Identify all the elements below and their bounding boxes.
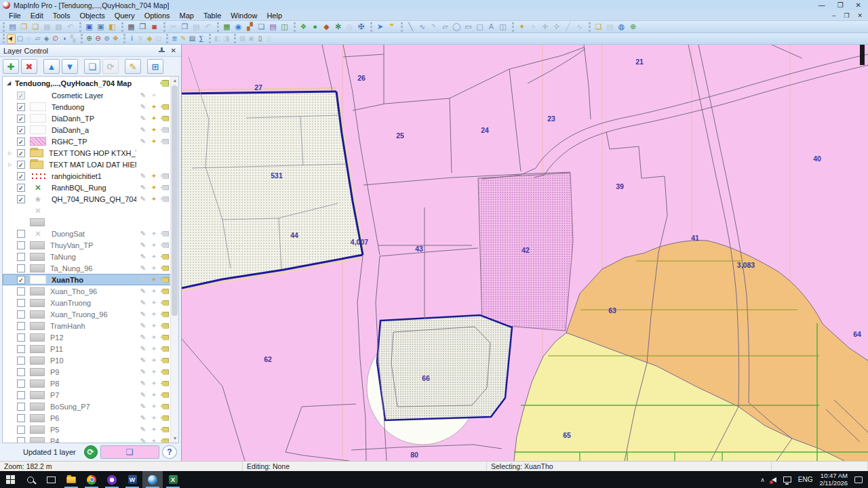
- taskbar-search-icon[interactable]: [20, 471, 41, 488]
- mdi-close-button[interactable]: ✕: [857, 12, 863, 19]
- layer-row-p4[interactable]: P4✎✦: [3, 435, 178, 443]
- layer-visibility-checkbox[interactable]: [17, 426, 25, 434]
- set-target-district-icon[interactable]: ◧: [213, 34, 222, 44]
- editable-icon[interactable]: ✎: [139, 230, 147, 237]
- selected-parcel-66[interactable]: [377, 315, 512, 420]
- layer-style-swatch[interactable]: ✕: [30, 183, 46, 192]
- web-globe-icon[interactable]: ⊕: [627, 22, 639, 32]
- label-tag-icon[interactable]: [161, 439, 169, 444]
- layer-style-swatch[interactable]: [30, 253, 45, 261]
- new-redistricter-icon[interactable]: ▤: [267, 22, 279, 32]
- new-mapper-icon[interactable]: ◉: [233, 22, 244, 32]
- editable-icon[interactable]: ✎: [139, 242, 147, 249]
- label-tag-icon[interactable]: [161, 312, 169, 317]
- autolabel-icon[interactable]: ✦: [150, 230, 158, 237]
- layer-visibility-checkbox[interactable]: [17, 299, 25, 307]
- autolabel-icon[interactable]: ✦: [150, 426, 158, 433]
- draw-arc-icon[interactable]: ◝: [428, 22, 439, 32]
- layer-row-p6[interactable]: P6✎✦: [3, 412, 178, 424]
- editable-icon[interactable]: ✎: [139, 138, 147, 145]
- map-window-button[interactable]: ❏: [100, 445, 160, 459]
- draw-rounded-rect-icon[interactable]: ▢: [474, 22, 486, 32]
- help-button[interactable]: ?: [162, 445, 177, 459]
- convert-line-icon[interactable]: ╱: [562, 22, 574, 32]
- taskbar-excel-icon[interactable]: X: [163, 471, 183, 488]
- editable-icon[interactable]: ✎: [139, 380, 147, 387]
- editable-icon[interactable]: ✎: [139, 104, 147, 110]
- action-center-icon[interactable]: [854, 476, 863, 483]
- select-arrow-icon[interactable]: ➤: [7, 34, 16, 44]
- layer-style-swatch[interactable]: [30, 310, 45, 319]
- menu-edit[interactable]: Edit: [26, 12, 48, 20]
- zoom-in-icon[interactable]: ⊕: [85, 34, 94, 44]
- editable-icon[interactable]: ✎: [139, 277, 147, 283]
- editable-icon[interactable]: ✎: [139, 357, 147, 364]
- editable-icon[interactable]: ✎: [139, 173, 147, 180]
- layer-style-swatch[interactable]: [30, 264, 45, 272]
- layer-style-swatch[interactable]: ★: [30, 195, 46, 203]
- close-button[interactable]: ✕: [856, 2, 861, 9]
- autolabel-icon[interactable]: ✦: [150, 323, 158, 329]
- layer-style-swatch[interactable]: [30, 299, 45, 307]
- legend-window-icon[interactable]: ▯: [264, 34, 273, 44]
- scroll-down-icon[interactable]: ▼: [171, 434, 179, 443]
- layer-style-swatch[interactable]: [30, 137, 46, 146]
- editable-icon[interactable]: ✎: [139, 300, 147, 306]
- layer-row-text-mat-loai-dat-hien-trang-ql[interactable]: ▷✓TEXT MAT LOAI DAT HIEN TRANG_QL✎✦: [3, 159, 178, 170]
- label-tag-icon[interactable]: [161, 127, 169, 133]
- layer-style-swatch[interactable]: [30, 357, 45, 365]
- label-tag-icon[interactable]: [161, 404, 169, 409]
- new-map-window-icon[interactable]: ◫: [279, 22, 290, 32]
- layer-style-swatch[interactable]: [30, 287, 45, 296]
- close-table-icon[interactable]: ▦: [41, 22, 53, 32]
- editable-icon[interactable]: ✎: [139, 265, 147, 272]
- editable-icon[interactable]: ✎: [139, 253, 147, 260]
- layer-visibility-checkbox[interactable]: ✓: [17, 195, 25, 203]
- layer-row-rghc-tp[interactable]: ✓RGHC_TP✎✦: [3, 136, 178, 147]
- layer-visibility-checkbox[interactable]: [17, 253, 25, 261]
- tool-link-icon[interactable]: ✠: [355, 22, 367, 32]
- editable-icon[interactable]: ✎: [139, 369, 147, 375]
- menu-file[interactable]: File: [4, 12, 26, 20]
- revert-table-icon[interactable]: ↶: [64, 22, 76, 32]
- label-tag-icon[interactable]: [161, 185, 169, 190]
- undo-icon[interactable]: ↶: [202, 22, 214, 32]
- map-node-row[interactable]: ◢ Tenduong,...,QuyHoach_704 Map: [3, 77, 178, 89]
- new-browser-icon[interactable]: ▦: [221, 22, 233, 32]
- info-tool-icon[interactable]: i: [127, 34, 136, 44]
- label-tag-icon[interactable]: [161, 300, 169, 306]
- invert-selection-icon[interactable]: ◑: [60, 34, 68, 44]
- layer-style-button[interactable]: ❏: [84, 59, 100, 74]
- layer-style-swatch[interactable]: [30, 161, 43, 169]
- layer-visibility-checkbox[interactable]: [17, 414, 25, 422]
- menu-window[interactable]: Window: [226, 12, 262, 20]
- save-table-icon[interactable]: ▣: [83, 22, 95, 32]
- layer-visibility-checkbox[interactable]: [17, 380, 25, 388]
- layer-row-tenduong[interactable]: ✓Tenduong✎✦: [3, 101, 178, 113]
- layer-style-swatch[interactable]: [30, 437, 45, 444]
- editable-icon[interactable]: ✎: [139, 346, 147, 352]
- layer-visibility-checkbox[interactable]: [17, 310, 25, 319]
- boundary-select-icon[interactable]: ◈: [42, 34, 51, 44]
- layer-row-tramhanh[interactable]: TramHanh✎✦: [3, 320, 178, 331]
- taskbar-browser-icon[interactable]: [102, 471, 122, 488]
- label-tag-icon[interactable]: [161, 231, 169, 237]
- autolabel-icon[interactable]: ✦: [150, 346, 158, 352]
- menu-map[interactable]: Map: [175, 12, 199, 20]
- menu-table[interactable]: Table: [199, 12, 226, 20]
- assign-selected-icon[interactable]: ◨: [222, 34, 231, 44]
- pan-hand-icon[interactable]: ✥: [111, 34, 120, 44]
- draw-rectangle-icon[interactable]: ▭: [462, 22, 474, 32]
- legend-icon[interactable]: ▤: [188, 34, 197, 44]
- print-icon[interactable]: ▦: [125, 22, 137, 32]
- layer-visibility-checkbox[interactable]: [17, 345, 25, 353]
- label-tag-icon[interactable]: [161, 266, 169, 271]
- layer-style-row[interactable]: ✎✦: [3, 216, 178, 228]
- layer-style-swatch[interactable]: [30, 149, 43, 157]
- statistics-icon[interactable]: ∑: [197, 34, 205, 44]
- web-map-icon[interactable]: ◍: [616, 22, 627, 32]
- autolabel-icon[interactable]: ✦: [150, 369, 158, 375]
- autolabel-icon[interactable]: ✦: [150, 277, 158, 283]
- hotlink-icon[interactable]: ↯: [136, 34, 145, 44]
- layer-row-cosmetic-layer[interactable]: ✓Cosmetic Layer✎✦: [3, 89, 178, 101]
